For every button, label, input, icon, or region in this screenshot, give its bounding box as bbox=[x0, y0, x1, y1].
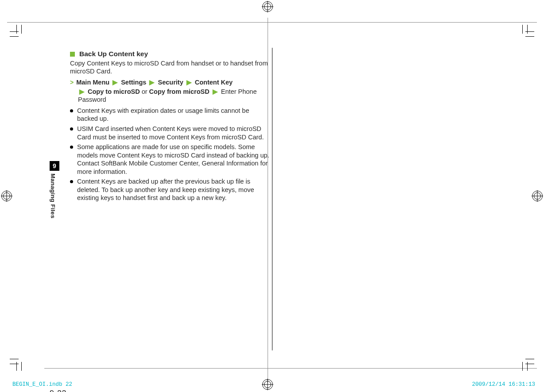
page-number: 9-22 bbox=[50, 389, 66, 392]
chevron-right-icon: ▶ bbox=[149, 79, 155, 86]
menu-path-line2: ▶ Copy to microSD or Copy from microSD ▶… bbox=[78, 88, 269, 104]
menu-path-line1: > Main Menu ▶ Settings ▶ Security ▶ Cont… bbox=[70, 78, 269, 87]
chapter-title: Managing Files bbox=[50, 173, 56, 227]
notes-list: Content Keys with expiration dates or us… bbox=[70, 107, 269, 202]
chapter-number: 9 bbox=[50, 161, 59, 171]
section-heading: Back Up Content key bbox=[70, 50, 269, 58]
list-item: Content Keys are backed up after the pre… bbox=[70, 177, 269, 202]
square-bullet-icon bbox=[70, 52, 75, 57]
list-item: Content Keys with expiration dates or us… bbox=[70, 107, 269, 123]
column-divider bbox=[272, 48, 272, 350]
slug-stamp: 2009/12/14 16:31:13 bbox=[472, 381, 535, 388]
path-copy-to: Copy to microSD bbox=[88, 88, 140, 95]
list-item: USIM Card inserted when Content Keys wer… bbox=[70, 125, 269, 141]
content-column: Back Up Content key Copy Content Keys to… bbox=[70, 50, 269, 204]
path-start-icon: > bbox=[70, 79, 74, 86]
chevron-right-icon: ▶ bbox=[213, 88, 218, 95]
path-or: or bbox=[140, 88, 149, 95]
chapter-tab: 9 Managing Files bbox=[50, 161, 59, 227]
path-copy-from: Copy from microSD bbox=[149, 88, 210, 95]
section-title: Back Up Content key bbox=[79, 50, 148, 58]
chevron-right-icon: ▶ bbox=[79, 88, 85, 95]
manual-page: 9 Managing Files Back Up Content key Cop… bbox=[50, 48, 493, 357]
slug-line: BEGIN_E_OI.indb 22 2009/12/14 16:31:13 bbox=[12, 381, 535, 388]
list-item: Some applications are made for use on sp… bbox=[70, 143, 269, 176]
chevron-right-icon: ▶ bbox=[187, 79, 192, 86]
path-settings: Settings bbox=[121, 79, 146, 86]
path-security: Security bbox=[158, 79, 183, 86]
path-content-key: Content Key bbox=[195, 79, 233, 86]
path-main-menu: Main Menu bbox=[76, 79, 109, 86]
chevron-right-icon: ▶ bbox=[113, 79, 118, 86]
slug-file: BEGIN_E_OI.indb 22 bbox=[12, 381, 72, 388]
section-intro: Copy Content Keys to microSD Card from h… bbox=[70, 59, 269, 76]
